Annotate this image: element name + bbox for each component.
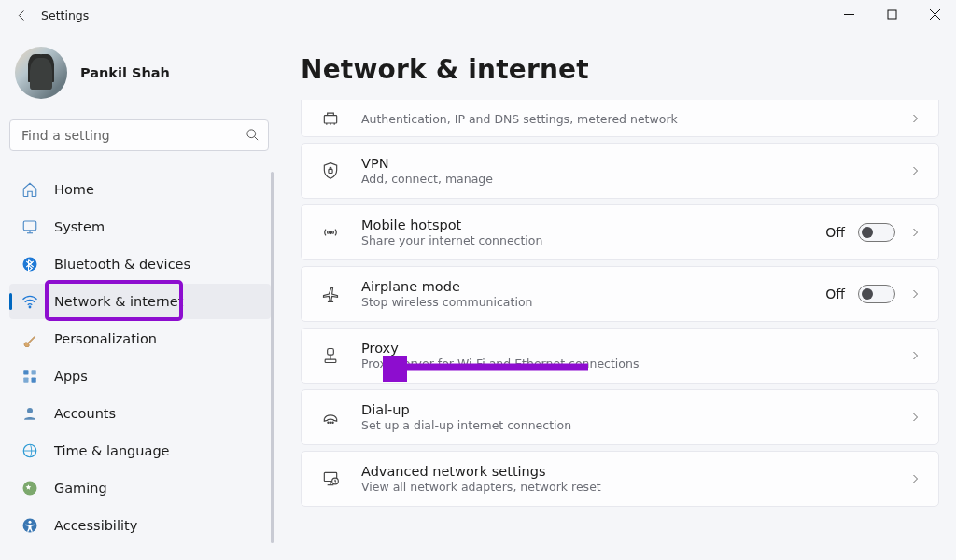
card-subtitle: Authentication, IP and DNS settings, met… bbox=[361, 112, 888, 126]
card-subtitle: Proxy server for Wi-Fi and Ethernet conn… bbox=[361, 357, 888, 371]
card-advanced-network[interactable]: Advanced network settings View all netwo… bbox=[301, 451, 939, 507]
svg-rect-23 bbox=[328, 349, 334, 356]
chevron-right-icon bbox=[908, 472, 921, 485]
home-icon bbox=[21, 180, 39, 199]
titlebar: Settings bbox=[0, 0, 956, 30]
advanced-network-icon bbox=[320, 469, 341, 489]
chevron-right-icon bbox=[908, 349, 921, 362]
paintbrush-icon bbox=[21, 329, 39, 348]
card-title: Proxy bbox=[361, 341, 888, 356]
window-close-button[interactable] bbox=[913, 0, 956, 28]
main-panel: Network & internet Authentication, IP an… bbox=[280, 30, 956, 560]
wifi-icon bbox=[21, 292, 39, 311]
sidebar-item-accessibility[interactable]: Accessibility bbox=[9, 508, 271, 543]
chevron-right-icon bbox=[908, 226, 921, 239]
sidebar-item-label: Personalization bbox=[54, 331, 157, 346]
avatar bbox=[15, 47, 67, 99]
svg-point-17 bbox=[23, 482, 37, 496]
system-icon bbox=[21, 217, 39, 236]
profile-section[interactable]: Pankil Shah bbox=[9, 43, 271, 119]
card-title: Dial-up bbox=[361, 402, 888, 417]
card-subtitle: Add, connect, manage bbox=[361, 172, 888, 186]
chevron-right-icon bbox=[908, 411, 921, 424]
svg-point-26 bbox=[328, 422, 329, 423]
chevron-right-icon bbox=[908, 287, 921, 301]
toggle-status: Off bbox=[825, 287, 845, 301]
card-subtitle: View all network adapters, network reset bbox=[361, 480, 888, 494]
search-box[interactable] bbox=[9, 119, 269, 151]
svg-point-15 bbox=[27, 408, 33, 413]
card-title: Airplane mode bbox=[361, 279, 805, 294]
sidebar-item-time[interactable]: Time & language bbox=[9, 433, 271, 469]
card-airplane-mode[interactable]: Airplane mode Stop wireless communicatio… bbox=[301, 266, 939, 322]
proxy-icon bbox=[320, 345, 341, 366]
svg-rect-14 bbox=[32, 378, 36, 383]
svg-rect-6 bbox=[23, 221, 36, 231]
window-title: Settings bbox=[41, 8, 89, 22]
svg-rect-1 bbox=[888, 10, 896, 19]
svg-rect-25 bbox=[325, 359, 336, 362]
sidebar-item-label: Time & language bbox=[54, 443, 170, 458]
svg-rect-11 bbox=[23, 370, 28, 374]
apps-icon bbox=[21, 367, 39, 385]
sidebar-item-label: Bluetooth & devices bbox=[54, 257, 190, 272]
card-vpn[interactable]: VPN Add, connect, manage bbox=[301, 143, 939, 199]
sidebar-item-bluetooth[interactable]: Bluetooth & devices bbox=[9, 246, 271, 282]
bluetooth-icon bbox=[21, 255, 39, 273]
globe-clock-icon bbox=[21, 441, 39, 460]
search-input[interactable] bbox=[21, 128, 246, 143]
card-subtitle: Share your internet connection bbox=[361, 233, 805, 247]
chevron-right-icon bbox=[908, 164, 921, 177]
sidebar: Pankil Shah Home bbox=[0, 30, 280, 560]
svg-rect-13 bbox=[23, 378, 28, 383]
sidebar-item-label: Accounts bbox=[54, 406, 116, 421]
svg-rect-20 bbox=[324, 115, 336, 122]
page-title: Network & internet bbox=[301, 54, 939, 85]
sidebar-item-label: Apps bbox=[54, 369, 88, 384]
svg-rect-12 bbox=[32, 370, 36, 374]
sidebar-item-system[interactable]: System bbox=[9, 209, 271, 245]
card-mobile-hotspot[interactable]: Mobile hotspot Share your internet conne… bbox=[301, 204, 939, 260]
sidebar-item-network[interactable]: Network & internet bbox=[9, 284, 271, 319]
svg-point-4 bbox=[247, 130, 256, 138]
airplane-icon bbox=[320, 284, 341, 304]
svg-point-10 bbox=[29, 306, 31, 308]
ethernet-icon bbox=[320, 108, 341, 129]
svg-point-19 bbox=[29, 521, 32, 524]
hotspot-toggle[interactable] bbox=[858, 223, 895, 242]
profile-name: Pankil Shah bbox=[80, 65, 170, 80]
back-button[interactable] bbox=[9, 3, 34, 27]
svg-point-27 bbox=[330, 422, 330, 423]
card-proxy[interactable]: Proxy Proxy server for Wi-Fi and Etherne… bbox=[301, 328, 939, 384]
window-maximize-button[interactable] bbox=[870, 0, 913, 28]
sidebar-item-label: System bbox=[54, 219, 105, 234]
sidebar-item-apps[interactable]: Apps bbox=[9, 358, 271, 394]
chevron-right-icon bbox=[908, 112, 921, 125]
card-title: VPN bbox=[361, 156, 888, 171]
sidebar-item-label: Network & internet bbox=[54, 294, 183, 309]
sidebar-item-gaming[interactable]: Gaming bbox=[9, 470, 271, 506]
card-subtitle: Set up a dial-up internet connection bbox=[361, 418, 888, 432]
sidebar-item-personalization[interactable]: Personalization bbox=[9, 321, 271, 357]
shield-lock-icon bbox=[320, 161, 341, 181]
sidebar-item-label: Accessibility bbox=[54, 518, 137, 533]
gaming-icon bbox=[21, 479, 39, 497]
svg-line-5 bbox=[254, 136, 258, 140]
sidebar-item-home[interactable]: Home bbox=[9, 172, 271, 207]
sidebar-item-accounts[interactable]: Accounts bbox=[9, 396, 271, 431]
sidebar-item-label: Home bbox=[54, 182, 94, 197]
svg-rect-21 bbox=[329, 169, 332, 173]
search-icon bbox=[246, 128, 260, 143]
sidebar-item-label: Gaming bbox=[54, 481, 107, 496]
card-subtitle: Stop wireless communication bbox=[361, 295, 805, 309]
svg-point-28 bbox=[332, 422, 333, 423]
airplane-toggle[interactable] bbox=[858, 285, 895, 303]
card-title: Mobile hotspot bbox=[361, 217, 805, 232]
card-dialup[interactable]: Dial-up Set up a dial-up internet connec… bbox=[301, 389, 939, 445]
dialup-icon bbox=[320, 407, 341, 427]
window-minimize-button[interactable] bbox=[827, 0, 870, 28]
accounts-icon bbox=[21, 404, 39, 423]
toggle-status: Off bbox=[825, 225, 845, 240]
accessibility-icon bbox=[21, 516, 39, 535]
card-ethernet[interactable]: Authentication, IP and DNS settings, met… bbox=[301, 100, 939, 137]
